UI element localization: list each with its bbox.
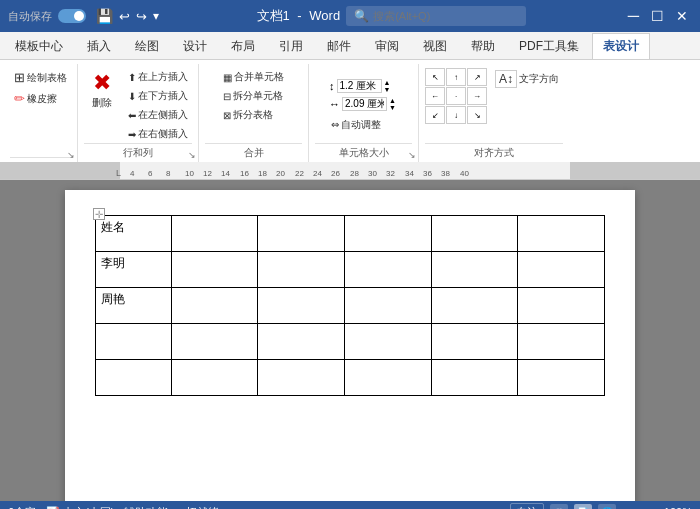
table-cell[interactable] [431,360,518,396]
tab-draw[interactable]: 绘图 [124,33,170,59]
search-input[interactable] [373,10,513,22]
undo-icon[interactable]: ↩ [119,9,130,24]
table-cell[interactable] [258,252,345,288]
search-box[interactable]: 🔍 [346,6,526,26]
table-cell[interactable] [96,360,172,396]
eraser-btn[interactable]: ✏ 橡皮擦 [10,89,61,108]
align-mid-left[interactable]: ← [425,87,445,105]
spell-check-icon: 📝 [46,506,60,510]
table-cell[interactable] [171,288,258,324]
tab-mail[interactable]: 邮件 [316,33,362,59]
table-cell[interactable] [96,324,172,360]
table-cell[interactable] [345,324,432,360]
accessibility: 辅助功能: 一切就绪 [124,505,218,510]
table-cell[interactable] [431,324,518,360]
table-cell[interactable] [518,216,605,252]
table-cell[interactable] [171,360,258,396]
insert-below-btn[interactable]: ⬇ 在下方插入 [124,87,192,105]
tab-view[interactable]: 视图 [412,33,458,59]
svg-text:L: L [116,168,121,178]
table-cell[interactable]: 姓名 [96,216,172,252]
svg-rect-1 [0,162,120,180]
width-input[interactable] [342,97,387,111]
align-bot-right[interactable]: ↘ [467,106,487,124]
insert-above-btn[interactable]: ⬆ 在上方插入 [124,68,192,86]
autosave-toggle[interactable] [58,9,86,23]
minimize-icon[interactable]: ─ [624,7,643,25]
table-cell[interactable] [345,252,432,288]
table-cell[interactable] [258,324,345,360]
svg-text:30: 30 [368,169,377,178]
table-cell[interactable] [345,288,432,324]
table-cell[interactable] [345,360,432,396]
table-cell[interactable] [431,216,518,252]
close-icon[interactable]: ✕ [672,8,692,24]
read-view-btn[interactable]: 📖 [550,504,568,509]
height-row: ↕ ▲▼ [327,78,394,94]
title-bar: 自动保存 💾 ↩ ↪ ▾ 文档1 - Word 🔍 ─ ☐ ✕ [0,0,700,32]
redo-icon[interactable]: ↪ [136,9,147,24]
svg-text:28: 28 [350,169,359,178]
height-spinner[interactable]: ▲▼ [384,79,391,93]
align-top-right[interactable]: ↗ [467,68,487,86]
drawing-expand[interactable]: ↘ [67,150,75,160]
tab-insert[interactable]: 插入 [76,33,122,59]
table-cell[interactable] [171,252,258,288]
focus-btn[interactable]: 专注 [510,503,544,510]
align-mid-right[interactable]: → [467,87,487,105]
table-cell[interactable] [258,288,345,324]
status-bar: 6个字 📝 中文(中国) 辅助功能: 一切就绪 专注 📖 📄 🌐 ───── 1… [0,501,700,509]
table-cell[interactable]: 周艳 [96,288,172,324]
tab-help[interactable]: 帮助 [460,33,506,59]
height-input[interactable] [337,79,382,93]
align-top-center[interactable]: ↑ [446,68,466,86]
insert-right-btn[interactable]: ➡ 在右侧插入 [124,125,192,143]
alignment-content: ↖ ↑ ↗ ← · → ↙ ↓ ↘ A↕ 文字方向 [425,64,563,143]
tab-reference[interactable]: 引用 [268,33,314,59]
align-bot-left[interactable]: ↙ [425,106,445,124]
page-view-btn[interactable]: 📄 [574,504,592,509]
auto-adjust-btn[interactable]: ⇔ 自动调整 [327,116,385,134]
split-table-btn[interactable]: ⊠ 拆分表格 [219,106,288,124]
tab-design[interactable]: 设计 [172,33,218,59]
table-handle[interactable]: ✛ [93,208,105,220]
table-cell[interactable] [518,252,605,288]
insert-left-btn[interactable]: ⬅ 在左侧插入 [124,106,192,124]
draw-table-btn[interactable]: ⊞ 绘制表格 [10,68,71,87]
maximize-icon[interactable]: ☐ [647,8,668,24]
cell-size-label: 单元格大小 [315,143,412,162]
tab-layout[interactable]: 布局 [220,33,266,59]
width-spinner[interactable]: ▲▼ [389,97,396,111]
merge-cells-btn[interactable]: ▦ 合并单元格 [219,68,288,86]
table-cell[interactable] [345,216,432,252]
table-cell[interactable] [518,324,605,360]
align-mid-center[interactable]: · [446,87,466,105]
align-bot-center[interactable]: ↓ [446,106,466,124]
svg-text:40: 40 [460,169,469,178]
rows-cols-expand[interactable]: ↘ [188,150,196,160]
table-row: 姓名 [96,216,605,252]
table-cell[interactable] [431,252,518,288]
cell-size-expand[interactable]: ↘ [408,150,416,160]
split-cells-icon: ⊟ [223,91,231,102]
delete-btn[interactable]: ✖ 删除 [84,68,120,112]
text-direction-btn[interactable]: A↕ 文字方向 [491,68,563,90]
table-cell[interactable] [518,360,605,396]
insert-left-icon: ⬅ [128,110,136,121]
save-icon[interactable]: 💾 [96,8,113,24]
align-top-left[interactable]: ↖ [425,68,445,86]
table-cell[interactable] [518,288,605,324]
web-view-btn[interactable]: 🌐 [598,504,616,509]
table-cell[interactable] [431,288,518,324]
tab-table-design[interactable]: 表设计 [592,33,650,59]
insert-below-icon: ⬇ [128,91,136,102]
table-cell[interactable] [171,324,258,360]
split-cells-btn[interactable]: ⊟ 拆分单元格 [219,87,288,105]
tab-template[interactable]: 模板中心 [4,33,74,59]
table-cell[interactable] [171,216,258,252]
tab-review[interactable]: 审阅 [364,33,410,59]
tab-pdf[interactable]: PDF工具集 [508,33,590,59]
table-cell[interactable] [258,216,345,252]
table-cell[interactable] [258,360,345,396]
table-cell[interactable]: 李明 [96,252,172,288]
